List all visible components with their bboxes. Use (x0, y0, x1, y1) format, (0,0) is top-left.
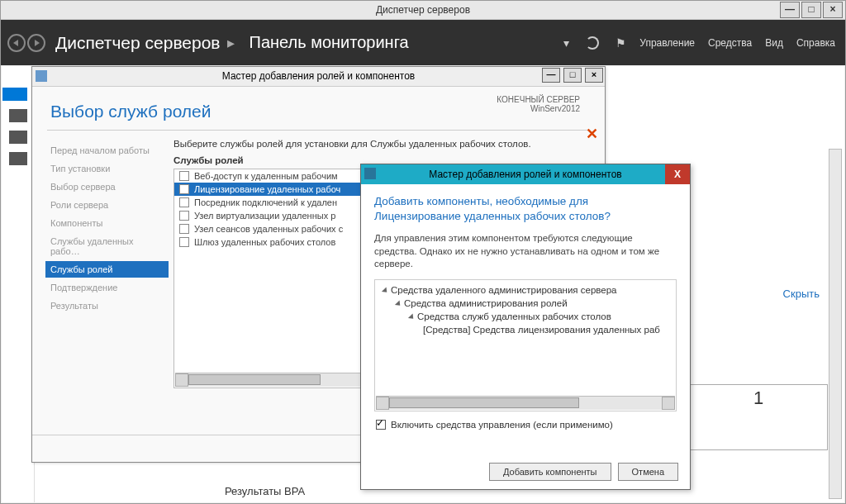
sidebar-local-icon[interactable] (9, 109, 27, 122)
dialog-titlebar[interactable]: Мастер добавления ролей и компонентов X (361, 164, 690, 184)
dropdown-icon[interactable]: ▾ (563, 36, 569, 50)
menu-view[interactable]: Вид (765, 37, 783, 49)
cancel-button[interactable]: Отмена (618, 463, 678, 481)
main-scrollbar[interactable] (829, 149, 842, 499)
checkbox-icon[interactable] (179, 184, 189, 194)
include-tools-label: Включить средства управления (если приме… (391, 420, 613, 430)
sidebar (2, 66, 35, 502)
nav-role-services[interactable]: Службы ролей (45, 261, 169, 278)
sidebar-all-icon[interactable] (9, 131, 27, 144)
include-tools-checkbox[interactable]: Включить средства управления (если приме… (376, 420, 677, 430)
dest-server: WinServ2012 (497, 104, 580, 113)
nav-install-type[interactable]: Тип установки (45, 160, 169, 177)
wizard-nav: Перед началом работы Тип установки Выбор… (32, 137, 169, 435)
app-maximize-button[interactable]: □ (801, 2, 821, 18)
nav-server-roles[interactable]: Роли сервера (45, 197, 169, 213)
menu-manage[interactable]: Управление (639, 37, 695, 49)
checkbox-checked-icon[interactable] (376, 420, 386, 430)
app-title: Диспетчер серверов (376, 4, 470, 16)
dialog-close-button[interactable]: X (665, 164, 690, 184)
wizard-minimize-button[interactable]: — (542, 68, 560, 83)
nav-results[interactable]: Результаты (45, 297, 169, 314)
nav-rds[interactable]: Службы удаленных рабо… (45, 233, 169, 259)
wizard-destination: КОНЕЧНЫЙ СЕРВЕР WinServ2012 (497, 95, 580, 113)
checkbox-icon[interactable] (179, 171, 189, 181)
menu-help[interactable]: Справка (796, 37, 835, 49)
features-tree[interactable]: Средства удаленного администрирования се… (374, 279, 677, 411)
app-header: Диспетчер серверов ▸ Панель мониторинга … (1, 20, 845, 65)
expand-icon[interactable] (395, 300, 402, 307)
hide-link[interactable]: Скрыть (783, 288, 820, 300)
checkbox-icon[interactable] (179, 197, 189, 207)
dest-label: КОНЕЧНЫЙ СЕРВЕР (497, 95, 580, 104)
wizard-instructions: Выберите службы ролей для установки для … (173, 139, 592, 149)
app-titlebar[interactable]: Диспетчер серверов — □ × (1, 1, 845, 20)
tree-rds-tools: Средства служб удаленных рабочих столов (417, 311, 611, 321)
tree-licensing-tools: [Средства] Средства лицензирования удале… (423, 325, 660, 335)
add-features-dialog: Мастер добавления ролей и компонентов X … (360, 164, 691, 490)
dialog-paragraph: Для управления этим компонентом требуютс… (374, 232, 677, 271)
refresh-icon[interactable] (586, 36, 599, 50)
breadcrumb-root[interactable]: Диспетчер серверов (55, 33, 221, 53)
checkbox-icon[interactable] (179, 224, 189, 234)
tree-rsat: Средства удаленного администрирования се… (391, 285, 616, 295)
dialog-icon (364, 168, 376, 179)
tree-h-scrollbar[interactable] (376, 396, 675, 410)
sidebar-role-icon[interactable] (9, 152, 27, 165)
wizard-close-button[interactable]: × (585, 68, 603, 83)
nav-back-icon[interactable] (7, 34, 26, 52)
breadcrumb-sep-icon: ▸ (227, 34, 235, 52)
dialog-title: Мастер добавления ролей и компонентов (429, 169, 621, 180)
breadcrumb-current[interactable]: Панель мониторинга (250, 33, 409, 52)
expand-icon[interactable] (408, 313, 416, 321)
wizard-icon (36, 70, 47, 82)
wizard-titlebar[interactable]: Мастер добавления ролей и компонентов — … (32, 67, 605, 87)
role-tile[interactable]: 1 (687, 384, 828, 450)
add-features-button[interactable]: Добавить компоненты (489, 463, 611, 481)
checkbox-icon[interactable] (179, 237, 189, 247)
menu-tools[interactable]: Средства (708, 37, 752, 49)
app-minimize-button[interactable]: — (780, 2, 800, 18)
tile-value: 1 (753, 388, 763, 408)
nav-before-you-begin[interactable]: Перед началом работы (45, 142, 169, 159)
nav-forward-icon[interactable] (27, 34, 45, 52)
sidebar-dashboard-icon[interactable] (9, 88, 27, 101)
expand-icon[interactable] (382, 287, 389, 294)
tree-role-admin: Средства администрирования ролей (404, 298, 568, 308)
wizard-title: Мастер добавления ролей и компонентов (222, 70, 415, 82)
nav-features[interactable]: Компоненты (45, 215, 169, 231)
bpa-label: Результаты BPA (225, 485, 305, 497)
nav-confirmation[interactable]: Подтверждение (45, 279, 169, 296)
wizard-header: Выбор служб ролей КОНЕЧНЫЙ СЕРВЕР WinSer… (32, 87, 605, 130)
dialog-question: Добавить компоненты, необходимые для Лиц… (374, 194, 677, 224)
app-close-button[interactable]: × (823, 2, 843, 18)
checkbox-icon[interactable] (179, 211, 189, 221)
flag-icon[interactable]: ⚑ (615, 36, 626, 50)
nav-server-selection[interactable]: Выбор сервера (45, 178, 169, 195)
wizard-maximize-button[interactable]: □ (563, 68, 582, 83)
